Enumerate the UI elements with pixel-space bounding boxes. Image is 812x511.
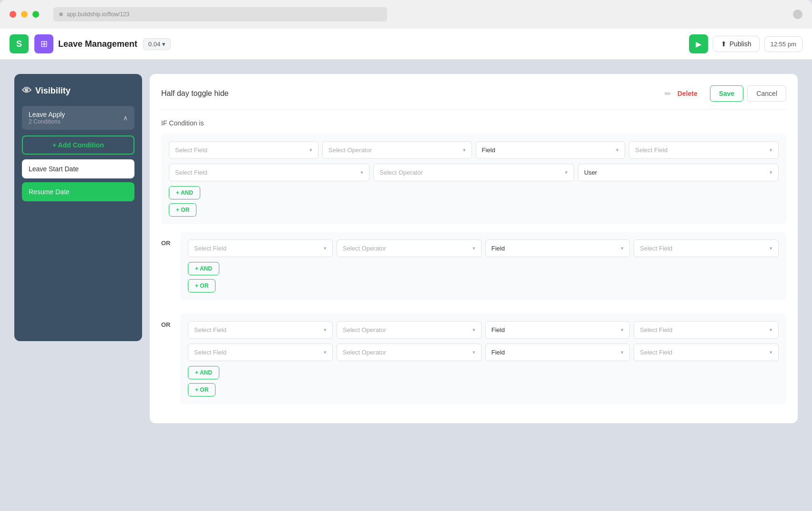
select-operator-placeholder: Select Operator — [343, 245, 386, 252]
window-action-btn[interactable] — [793, 10, 802, 19]
group-count: 2 Conditions — [29, 118, 65, 125]
and-label: + AND — [195, 265, 212, 272]
select-operator-placeholder: Select Operator — [343, 326, 386, 334]
sidebar-item-label: Leave Start Date — [29, 165, 79, 173]
select-field-placeholder: Select Field — [175, 169, 207, 176]
and-label: + AND — [176, 189, 193, 196]
chevron-down-icon: ▾ — [473, 245, 475, 251]
select-operator-placeholder: Select Operator — [329, 146, 372, 154]
select-type-3-1[interactable]: Field ▾ — [485, 321, 630, 339]
select-operator-3-2[interactable]: Select Operator ▾ — [337, 344, 482, 361]
edit-icon[interactable]: ✏ — [665, 89, 671, 98]
publish-label: Publish — [730, 40, 751, 48]
or-separator-label-3: OR — [161, 313, 176, 328]
chevron-down-icon: ▾ — [463, 147, 466, 153]
select-type-value: Field — [492, 349, 505, 356]
and-button-2[interactable]: + AND — [188, 262, 219, 275]
condition-row: Select Field ▾ Select Operator ▾ User ▾ — [169, 164, 779, 181]
select-value-3-2[interactable]: Select Field ▾ — [634, 344, 779, 361]
sidebar-title: 👁 Visibility — [22, 85, 134, 96]
select-operator-2-1[interactable]: Select Operator ▾ — [337, 240, 482, 257]
if-condition-label: IF Condition is — [161, 119, 786, 127]
select-field-3-1[interactable]: Select Field ▾ — [188, 321, 333, 339]
or-block-wrapper-3: OR Select Field ▾ Select Operator ▾ Fiel… — [161, 313, 786, 412]
select-operator-placeholder: Select Operator — [380, 169, 423, 176]
delete-button[interactable]: Delete — [671, 86, 704, 101]
or-button-1[interactable]: + OR — [169, 203, 196, 217]
right-panel: Half day toggle hide ✏ Delete Save Cance… — [150, 74, 798, 423]
select-type-2-1[interactable]: Field ▾ — [485, 240, 630, 257]
and-button-1[interactable]: + AND — [169, 186, 200, 199]
sidebar: 👁 Visibility Leave Apply 2 Conditions ∧ … — [14, 74, 142, 341]
select-operator-1-1[interactable]: Select Operator ▾ — [322, 141, 472, 159]
sidebar-item-leave-start-date[interactable]: Leave Start Date — [22, 159, 134, 178]
select-field-1-2[interactable]: Select Field ▾ — [169, 164, 370, 181]
address-bar: app.buildship.io/flow/123 — [53, 7, 387, 21]
select-operator-1-2[interactable]: Select Operator ▾ — [373, 164, 574, 181]
select-type-value: Field — [492, 326, 505, 334]
condition-row: Select Field ▾ Select Operator ▾ Field ▾… — [188, 321, 779, 339]
or-separator-label-2: OR — [161, 232, 176, 247]
address-bar-text: app.buildship.io/flow/123 — [67, 11, 381, 18]
traffic-light-green[interactable] — [32, 11, 39, 18]
select-value-2-1[interactable]: Select Field ▾ — [634, 240, 779, 257]
main-area: 👁 Visibility Leave Apply 2 Conditions ∧ … — [0, 60, 812, 511]
version-chevron: ▾ — [162, 41, 165, 48]
select-value-3-1[interactable]: Select Field ▾ — [634, 321, 779, 339]
cancel-button[interactable]: Cancel — [747, 85, 786, 102]
chevron-down-icon: ▾ — [360, 169, 363, 176]
address-bar-dot — [59, 12, 63, 16]
select-type-value: Field — [482, 146, 495, 154]
condition-block-1: Select Field ▾ Select Operator ▾ Field ▾… — [161, 134, 786, 224]
chevron-down-icon: ▾ — [616, 147, 619, 153]
chevron-down-icon: ▾ — [770, 327, 772, 333]
nav-time: 12:55 pm — [764, 36, 802, 52]
or-button-2[interactable]: + OR — [188, 279, 216, 292]
run-icon: ▶ — [696, 40, 701, 49]
save-button[interactable]: Save — [710, 85, 744, 102]
select-field-placeholder: Select Field — [194, 245, 226, 252]
chevron-down-icon: ▾ — [473, 349, 475, 355]
leave-apply-group[interactable]: Leave Apply 2 Conditions ∧ — [22, 106, 134, 130]
nav-version[interactable]: 0.04 ▾ — [143, 38, 171, 50]
publish-button[interactable]: ⬆ Publish — [713, 36, 760, 52]
add-condition-button[interactable]: + Add Condition — [22, 136, 134, 155]
select-field-2-1[interactable]: Select Field ▾ — [188, 240, 333, 257]
condition-block-2: Select Field ▾ Select Operator ▾ Field ▾… — [180, 232, 786, 300]
select-value-placeholder: Select Field — [640, 349, 672, 356]
chevron-down-icon: ▾ — [324, 327, 327, 333]
or-label: + OR — [195, 386, 208, 393]
select-field-1-1[interactable]: Select Field ▾ — [169, 141, 319, 159]
run-button[interactable]: ▶ — [689, 34, 708, 53]
select-type-1-2[interactable]: User ▾ — [578, 164, 779, 181]
group-chevron-icon: ∧ — [123, 114, 128, 122]
select-operator-placeholder: Select Operator — [343, 349, 386, 356]
select-type-value: Field — [492, 245, 505, 252]
select-value-1-1[interactable]: Select Field ▾ — [629, 141, 779, 159]
sidebar-item-resume-date[interactable]: Resume Date — [22, 182, 134, 201]
or-button-3[interactable]: + OR — [188, 383, 216, 396]
condition-row: Select Field ▾ Select Operator ▾ Field ▾… — [188, 344, 779, 361]
group-info: Leave Apply 2 Conditions — [29, 111, 65, 125]
chevron-down-icon: ▾ — [565, 169, 568, 176]
select-type-3-2[interactable]: Field ▾ — [485, 344, 630, 361]
chevron-down-icon: ▾ — [770, 349, 772, 355]
nav-title: Leave Management — [58, 39, 137, 49]
chevron-down-icon: ▾ — [324, 349, 327, 355]
and-label: + AND — [195, 369, 212, 376]
panel-header: Half day toggle hide ✏ Delete Save Cance… — [161, 85, 786, 110]
select-field-3-2[interactable]: Select Field ▾ — [188, 344, 333, 361]
sidebar-title-text: Visibility — [35, 86, 71, 96]
nav-logo-label: S — [16, 39, 22, 49]
traffic-light-red[interactable] — [10, 11, 16, 18]
select-value-placeholder: Select Field — [640, 326, 672, 334]
select-type-value: User — [584, 169, 597, 176]
panel-title: Half day toggle hide — [161, 89, 661, 98]
select-operator-3-1[interactable]: Select Operator ▾ — [337, 321, 482, 339]
traffic-light-yellow[interactable] — [21, 11, 28, 18]
or-label: + OR — [176, 207, 189, 213]
select-type-1-1[interactable]: Field ▾ — [476, 141, 626, 159]
and-button-3[interactable]: + AND — [188, 366, 219, 379]
chevron-down-icon: ▾ — [621, 349, 624, 355]
condition-row: Select Field ▾ Select Operator ▾ Field ▾… — [169, 141, 779, 159]
